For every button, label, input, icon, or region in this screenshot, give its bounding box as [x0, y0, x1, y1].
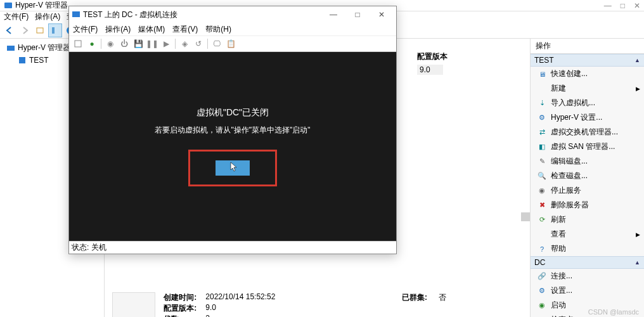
cfgver-label: 配置版本:: [164, 303, 205, 314]
settings-icon: ⚙: [537, 113, 547, 123]
vm-menu-file[interactable]: 文件(F): [73, 24, 98, 35]
action-vsan-mgr[interactable]: ◧虚拟 SAN 管理器...: [531, 139, 644, 154]
vm-save-button[interactable]: 💾: [132, 37, 145, 50]
actions-pane: 操作 TEST▲ 🖥快速创建... 新建▶ ⇣导入虚拟机... ⚙Hyper-V…: [530, 39, 644, 317]
toolbar-separator: [101, 39, 101, 49]
toolbar-separator: [207, 39, 208, 49]
nav-up-button[interactable]: [33, 23, 47, 37]
blank-icon: [537, 84, 547, 94]
vm-close-button[interactable]: ✕: [370, 7, 394, 22]
vm-start-button[interactable]: ●: [86, 37, 98, 50]
vm-shutdown-button[interactable]: ⏻: [118, 37, 131, 50]
action-remove-server[interactable]: ✖删除服务器: [531, 198, 644, 212]
vm-menu-media[interactable]: 媒体(M): [138, 24, 165, 35]
vm-details-pane: 创建时间:2022/10/14 15:52:52 配置版本:9.0 代数:2 说…: [112, 292, 522, 317]
server-group-icon: [6, 44, 15, 53]
cfgver-value: 9.0: [205, 303, 216, 314]
action-inspect-disk[interactable]: 🔍检查磁盘...: [531, 169, 644, 183]
vm-maximize-button[interactable]: □: [345, 7, 370, 22]
vm-off-message: 虚拟机"DC"已关闭: [196, 107, 269, 119]
monitor-icon: 🖥: [537, 69, 547, 79]
vm-start-center-button[interactable]: [216, 160, 250, 176]
vm-enhanced-button[interactable]: 🖵: [210, 37, 223, 50]
main-maximize-button[interactable]: □: [621, 1, 625, 10]
action-view[interactable]: 查看▶: [531, 227, 644, 242]
action-edit-disk[interactable]: ✎编辑磁盘...: [531, 154, 644, 169]
action-help[interactable]: ?帮助: [531, 242, 644, 256]
delete-icon: ✖: [537, 200, 547, 210]
clustered-label: 已群集:: [402, 292, 439, 303]
vm-menu-help[interactable]: 帮助(H): [205, 24, 231, 35]
clustered-row: 已群集: 否: [402, 292, 446, 303]
start-icon: ◉: [537, 301, 547, 311]
collapse-icon: ▲: [634, 57, 640, 63]
svg-rect-7: [19, 57, 25, 63]
vm-revert-button[interactable]: ↺: [192, 37, 205, 50]
inspect-disk-icon: 🔍: [537, 171, 547, 181]
main-minimize-button[interactable]: —: [604, 1, 612, 10]
config-version-value: 9.0: [417, 65, 443, 75]
vm-share-button[interactable]: 📋: [224, 37, 237, 50]
vm-menu-view[interactable]: 查看(V): [172, 24, 198, 35]
stop-icon: ◉: [537, 186, 547, 196]
collapse-icon: ▲: [634, 259, 640, 266]
svg-rect-6: [7, 46, 15, 51]
actions-pane-title: 操作: [531, 39, 644, 54]
svg-rect-2: [52, 27, 55, 34]
nav-back-button[interactable]: [3, 23, 16, 37]
vm-pause-button[interactable]: ❚❚: [146, 37, 158, 50]
gen-value: 2: [205, 314, 210, 317]
menu-file[interactable]: 文件(F): [4, 11, 29, 22]
action-connect[interactable]: 🔗连接...: [531, 269, 644, 283]
checkpoint-icon: ◈: [537, 315, 547, 318]
svg-rect-9: [75, 41, 81, 47]
annotation-highlight: [188, 150, 277, 186]
tree-root-label: Hyper-V 管理器: [18, 42, 70, 53]
vm-connection-window: TEST 上的 DC - 虚拟机连接 — □ ✕ 文件(F) 操作(A) 媒体(…: [68, 6, 397, 254]
action-group-dc[interactable]: DC▲: [531, 256, 644, 269]
help-icon: ?: [537, 244, 547, 254]
nav-forward-button[interactable]: [18, 23, 32, 37]
refresh-icon: ⟳: [537, 215, 547, 225]
edit-disk-icon: ✎: [537, 157, 547, 167]
vm-menu-action[interactable]: 操作(A): [105, 24, 131, 35]
cursor-icon: [230, 162, 239, 173]
menu-action[interactable]: 操作(A): [35, 11, 60, 22]
svg-rect-1: [37, 28, 43, 33]
action-refresh[interactable]: ⟳刷新: [531, 212, 644, 227]
created-value: 2022/10/14 15:52:52: [205, 292, 275, 303]
config-version-column: 配置版本 9.0: [417, 51, 448, 75]
vm-toolbar: ● ◉ ⏻ 💾 ❚❚ ▶ ◈ ↺ 🖵 📋: [69, 36, 396, 52]
action-group-test[interactable]: TEST▲: [531, 54, 644, 67]
vm-turnoff-button[interactable]: ◉: [104, 37, 117, 50]
vm-checkpoint-button[interactable]: ◈: [178, 37, 191, 50]
vm-list-scrollbar[interactable]: [521, 212, 530, 221]
svg-rect-3: [55, 27, 58, 34]
vsan-icon: ◧: [537, 142, 547, 152]
gen-label: 代数:: [164, 314, 205, 317]
vm-hint-message: 若要启动虚拟机，请从"操作"菜单中选择"启动": [155, 125, 310, 136]
action-quick-create[interactable]: 🖥快速创建...: [531, 67, 644, 81]
config-version-label: 配置版本: [417, 51, 448, 62]
clustered-value: 否: [439, 292, 446, 303]
vm-minimize-button[interactable]: —: [321, 7, 345, 22]
vswitch-icon: ⇄: [537, 127, 547, 138]
svg-rect-8: [72, 11, 80, 17]
action-new[interactable]: 新建▶: [531, 81, 644, 96]
action-settings[interactable]: ⚙设置...: [531, 283, 644, 298]
import-icon: ⇣: [537, 98, 547, 108]
action-vswitch-mgr[interactable]: ⇄虚拟交换机管理器...: [531, 125, 644, 139]
vm-window-title: TEST 上的 DC - 虚拟机连接: [83, 10, 319, 20]
action-import-vm[interactable]: ⇣导入虚拟机...: [531, 96, 644, 110]
action-stop-service[interactable]: ◉停止服务: [531, 183, 644, 198]
action-hv-settings[interactable]: ⚙Hyper-V 设置...: [531, 110, 644, 125]
vm-reset-button[interactable]: ▶: [160, 37, 172, 50]
server-icon: [18, 56, 27, 65]
ctrl-alt-del-button[interactable]: [72, 37, 84, 50]
main-window-controls: — □ ✕: [604, 1, 640, 10]
main-close-button[interactable]: ✕: [634, 1, 640, 10]
vm-menubar: 文件(F) 操作(A) 媒体(M) 查看(V) 帮助(H): [69, 23, 396, 36]
vm-statusbar: 状态: 关机: [69, 241, 396, 254]
watermark: CSDN @lamsdc: [588, 308, 639, 316]
show-hide-tree-button[interactable]: [48, 23, 62, 37]
